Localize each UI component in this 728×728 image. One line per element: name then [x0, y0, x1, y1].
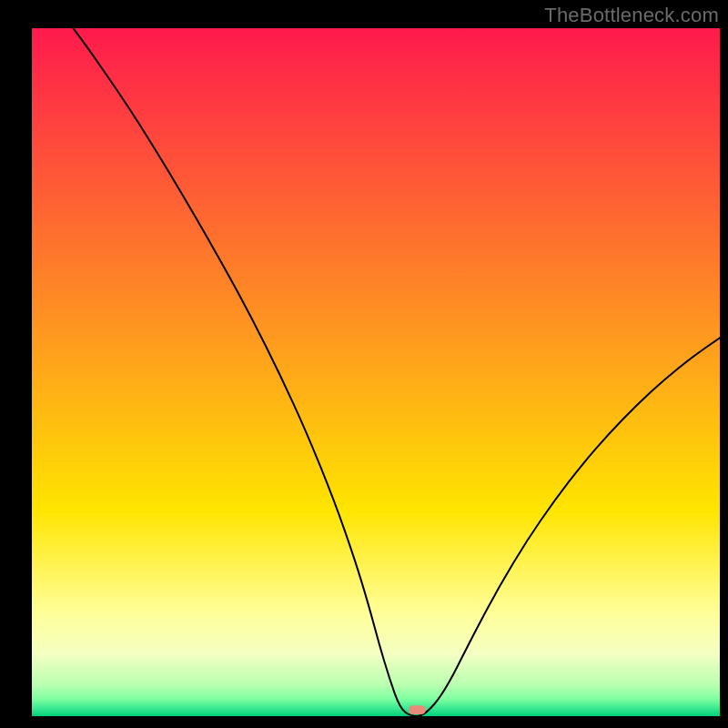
minimum-marker	[409, 705, 426, 714]
plot-area	[32, 28, 720, 716]
watermark-text: TheBottleneck.com	[544, 4, 719, 27]
gradient-background	[32, 28, 720, 716]
chart-frame: TheBottleneck.com	[0, 0, 728, 728]
chart-svg	[32, 28, 720, 716]
